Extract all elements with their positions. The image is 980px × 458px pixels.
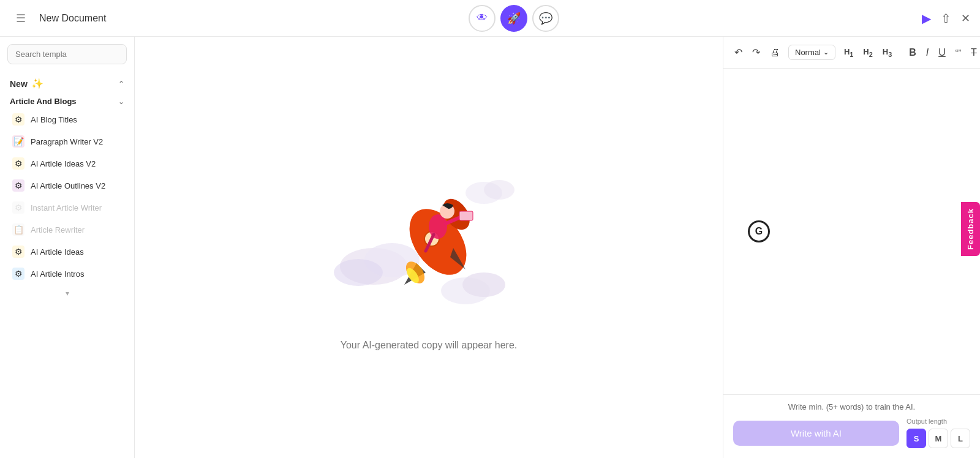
ai-blog-titles-icon: ⚙ — [12, 113, 24, 126]
header-left: ☰ New Document — [10, 7, 106, 29]
ai-article-outlines-v2-icon: ⚙ — [12, 179, 24, 192]
hamburger-button[interactable]: ☰ — [10, 7, 32, 29]
format-chevron-icon: ⌄ — [823, 48, 829, 56]
sidebar-item-label: Article Rewriter — [31, 225, 85, 235]
category-title: Article And Blogs — [10, 97, 77, 106]
scroll-down-indicator: ▾ — [66, 289, 69, 298]
close-button[interactable]: ✕ — [961, 11, 970, 25]
editor-area: Your AI-generated copy will appear here. — [135, 37, 723, 458]
grammarly-icon: G — [748, 220, 770, 242]
eye-button[interactable]: 👁 — [469, 5, 496, 32]
format-select[interactable]: Normal ⌄ — [788, 45, 835, 60]
ai-article-intros-icon: ⚙ — [12, 268, 24, 280]
h2-button[interactable]: H2 — [859, 45, 876, 61]
sidebar-item-label: AI Article Ideas — [31, 247, 84, 257]
sidebar-item-label: Instant Article Writer — [31, 203, 102, 212]
header-center: 👁 🚀 💬 — [106, 5, 922, 32]
rocket-illustration — [325, 144, 533, 340]
feedback-wrapper: Feedback — [961, 202, 980, 256]
size-m-button[interactable]: M — [929, 429, 948, 448]
redo-button[interactable]: ↷ — [748, 44, 764, 61]
underline-button[interactable]: U — [935, 45, 949, 61]
ai-hint: Write min. (5+ words) to train the AI. — [733, 402, 970, 411]
header-right: ▶ ⇧ ✕ — [922, 11, 970, 26]
sidebar-item-label: AI Article Intros — [31, 269, 84, 279]
category-header[interactable]: Article And Blogs ⌄ — [0, 92, 134, 108]
print-button[interactable]: 🖨 — [766, 45, 783, 61]
header: ☰ New Document 👁 🚀 💬 ▶ ⇧ ✕ — [0, 0, 980, 37]
bold-button[interactable]: B — [905, 45, 920, 61]
editor-toolbar: ↶ ↷ 🖨 Normal ⌄ H1 H2 H3 B I U “” T ⇤ — [723, 37, 980, 69]
sidebar-item-ai-article-ideas-v2[interactable]: ⚙ AI Article Ideas V2 — [0, 152, 134, 175]
new-section-title: New ✨ — [10, 78, 43, 89]
rocket-icon: 🚀 — [507, 12, 521, 25]
svg-point-6 — [484, 180, 514, 200]
format-label: Normal — [795, 48, 821, 57]
sidebar-item-label: AI Blog Titles — [31, 115, 77, 124]
new-section-header[interactable]: New ✨ ⌃ — [0, 72, 134, 92]
feedback-button[interactable]: Feedback — [961, 202, 980, 256]
size-l-button[interactable]: L — [951, 429, 970, 448]
chevron-up-icon: ⌃ — [118, 80, 124, 88]
svg-rect-14 — [459, 211, 473, 220]
sidebar-scrollable: New ✨ ⌃ Article And Blogs ⌄ ⚙ AI Blog Ti… — [0, 72, 134, 458]
ai-controls: Write with AI Output length S M L — [733, 418, 970, 448]
h3-button[interactable]: H3 — [879, 45, 895, 61]
article-rewriter-icon: 📋 — [12, 223, 24, 236]
doc-title: New Document — [39, 13, 106, 24]
sidebar-item-label: AI Article Outlines V2 — [31, 181, 105, 190]
scroll-down-area: ▾ — [0, 285, 134, 301]
hamburger-icon: ☰ — [16, 12, 26, 25]
upload-icon: ⇧ — [941, 12, 951, 25]
quote-button[interactable]: “” — [952, 45, 965, 60]
sidebar: New ✨ ⌃ Article And Blogs ⌄ ⚙ AI Blog Ti… — [0, 37, 135, 458]
instant-article-writer-icon: ⚙ — [12, 201, 24, 214]
sparkle-icon: ✨ — [31, 78, 43, 89]
sidebar-item-ai-article-intros[interactable]: ⚙ AI Article Intros — [0, 263, 134, 285]
undo-button[interactable]: ↶ — [731, 44, 746, 61]
play-icon: ▶ — [922, 12, 931, 25]
search-input[interactable] — [7, 44, 127, 64]
main-layout: New ✨ ⌃ Article And Blogs ⌄ ⚙ AI Blog Ti… — [0, 37, 980, 458]
svg-point-2 — [334, 259, 383, 286]
size-s-button[interactable]: S — [907, 429, 926, 448]
svg-point-4 — [462, 272, 505, 297]
chart-icon: 💬 — [539, 12, 552, 25]
sidebar-item-instant-article-writer: ⚙ Instant Article Writer — [0, 197, 134, 219]
eye-icon: 👁 — [477, 12, 488, 24]
h1-button[interactable]: H1 — [840, 45, 857, 61]
paragraph-writer-icon: 📝 — [12, 135, 24, 148]
upload-button[interactable]: ⇧ — [941, 11, 951, 26]
ai-article-ideas-v2-icon: ⚙ — [12, 157, 24, 170]
editor-content[interactable]: G — [723, 69, 980, 394]
category-chevron-icon: ⌄ — [118, 97, 124, 106]
right-panel: ↶ ↷ 🖨 Normal ⌄ H1 H2 H3 B I U “” T ⇤ G — [723, 37, 980, 458]
chart-button[interactable]: 💬 — [532, 5, 559, 32]
ai-article-ideas-icon: ⚙ — [12, 246, 24, 258]
close-icon: ✕ — [961, 12, 970, 24]
output-length-control: Output length S M L — [907, 418, 970, 448]
strikethrough-button[interactable]: T — [967, 45, 980, 61]
ai-bottom-panel: Write min. (5+ words) to train the AI. W… — [723, 394, 980, 458]
write-ai-button[interactable]: Write with AI — [733, 421, 899, 446]
italic-button[interactable]: I — [922, 45, 932, 61]
center-panel: Your AI-generated copy will appear here. — [135, 37, 723, 458]
rocket-button[interactable]: 🚀 — [500, 5, 527, 32]
sidebar-item-ai-article-outlines-v2[interactable]: ⚙ AI Article Outlines V2 — [0, 175, 134, 197]
size-buttons: S M L — [907, 429, 970, 448]
sidebar-item-paragraph-writer[interactable]: 📝 Paragraph Writer V2 — [0, 130, 134, 152]
sidebar-item-article-rewriter: 📋 Article Rewriter — [0, 219, 134, 241]
output-length-label: Output length — [907, 418, 970, 425]
sidebar-item-label: AI Article Ideas V2 — [31, 159, 96, 168]
sidebar-item-label: Paragraph Writer V2 — [31, 137, 103, 146]
editor-placeholder: Your AI-generated copy will appear here. — [341, 340, 517, 351]
play-button[interactable]: ▶ — [922, 11, 931, 26]
sidebar-item-ai-blog-titles[interactable]: ⚙ AI Blog Titles — [0, 108, 134, 130]
sidebar-item-ai-article-ideas[interactable]: ⚙ AI Article Ideas — [0, 241, 134, 263]
